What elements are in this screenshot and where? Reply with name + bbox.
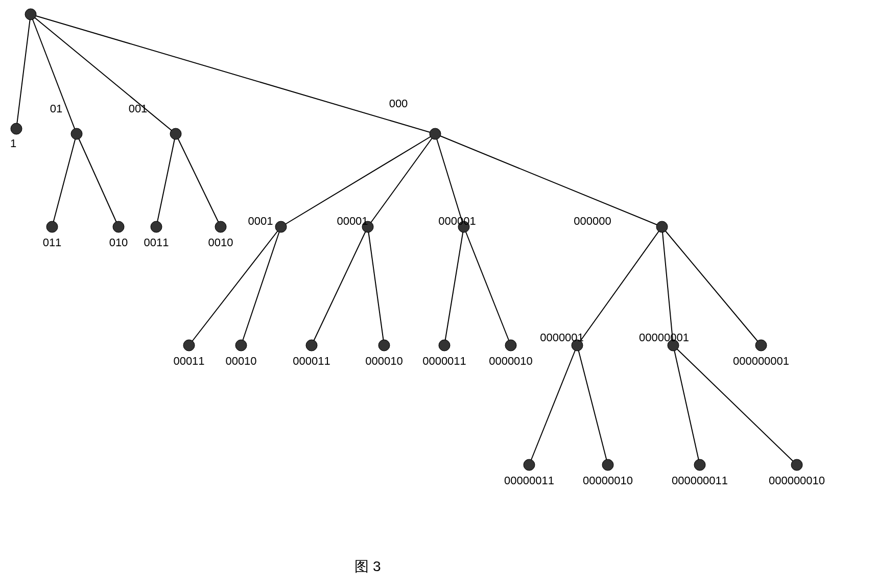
- tree-edge: [662, 227, 761, 345]
- tree-node: [656, 221, 668, 232]
- node-label: 000010: [365, 355, 403, 368]
- node-label: 00000011: [504, 474, 554, 487]
- tree-edge: [189, 227, 281, 345]
- tree-edge: [312, 227, 368, 345]
- node-label: 00011: [173, 355, 204, 368]
- tree-edge: [435, 134, 662, 227]
- node-label: 000001: [438, 215, 476, 228]
- tree-edge: [31, 14, 77, 134]
- tree-node: [755, 340, 767, 351]
- tree-edge: [673, 345, 700, 465]
- tree-edge: [156, 134, 176, 227]
- tree-edge: [435, 134, 464, 227]
- node-label: 011: [43, 236, 62, 249]
- node-label: 000000: [574, 215, 611, 228]
- tree-node: [602, 459, 613, 471]
- tree-node: [151, 221, 162, 232]
- tree-edge: [368, 227, 384, 345]
- node-label: 1: [10, 137, 16, 150]
- tree-edge: [77, 134, 119, 227]
- node-label: 0000001: [540, 331, 584, 344]
- node-label: 0000011: [422, 355, 466, 368]
- node-label: 0010: [208, 236, 233, 249]
- tree-edge: [16, 14, 31, 129]
- tree-edge: [31, 14, 176, 134]
- node-label: 00000001: [639, 331, 689, 344]
- tree-node: [439, 340, 450, 351]
- tree-node: [215, 221, 226, 232]
- node-label: 00000010: [583, 474, 633, 487]
- tree-edge: [176, 134, 221, 227]
- node-label: 0000010: [489, 355, 533, 368]
- node-label: 000: [389, 97, 408, 110]
- tree-edge: [281, 134, 435, 227]
- node-label: 000000001: [733, 355, 789, 368]
- node-label: 00001: [337, 215, 368, 228]
- tree-node: [183, 340, 195, 351]
- tree-node: [505, 340, 516, 351]
- tree-node: [71, 128, 82, 139]
- node-label: 01: [50, 102, 62, 115]
- tree-diagram: 1010010000110100011001000010000100000100…: [0, 0, 876, 588]
- tree-edge: [52, 134, 77, 227]
- tree-edge: [662, 227, 673, 345]
- tree-node: [306, 340, 317, 351]
- tree-edge: [241, 227, 281, 345]
- tree-svg: [0, 0, 876, 588]
- tree-node: [46, 221, 58, 232]
- tree-node: [170, 128, 181, 139]
- tree-node: [275, 221, 287, 232]
- tree-node: [235, 340, 247, 351]
- tree-node: [378, 340, 390, 351]
- tree-node: [694, 459, 705, 471]
- tree-node: [791, 459, 802, 471]
- tree-node: [430, 128, 441, 139]
- node-label: 000000010: [769, 474, 825, 487]
- tree-node: [524, 459, 535, 471]
- node-label: 000000011: [672, 474, 728, 487]
- tree-node: [113, 221, 124, 232]
- node-label: 001: [129, 102, 148, 115]
- tree-edge: [577, 345, 608, 465]
- node-label: 0011: [144, 236, 169, 249]
- tree-edge: [31, 14, 435, 134]
- tree-edge: [444, 227, 464, 345]
- node-label: 010: [109, 236, 128, 249]
- tree-node: [11, 123, 22, 134]
- node-label: 00010: [225, 355, 256, 368]
- tree-edge: [577, 227, 662, 345]
- tree-edge: [529, 345, 577, 465]
- tree-edge: [368, 134, 435, 227]
- figure-caption: 图 3: [354, 557, 381, 576]
- tree-node: [25, 9, 36, 20]
- node-label: 000011: [293, 355, 330, 368]
- node-label: 0001: [248, 215, 273, 228]
- tree-edge: [464, 227, 511, 345]
